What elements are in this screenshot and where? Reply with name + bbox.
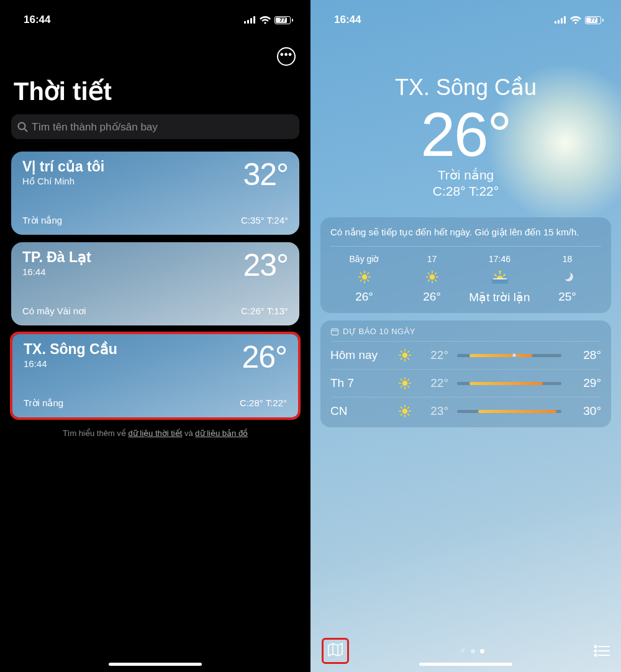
svg-line-5 bbox=[25, 129, 28, 132]
calendar-icon bbox=[330, 327, 339, 336]
day-high: 28° bbox=[570, 348, 601, 362]
bottom-bar bbox=[310, 637, 621, 672]
svg-line-18 bbox=[367, 273, 368, 275]
moon-icon bbox=[562, 270, 573, 284]
city-hilo: C:28° T:22° bbox=[240, 397, 287, 409]
svg-line-62 bbox=[408, 407, 409, 409]
svg-line-53 bbox=[408, 379, 409, 381]
day-high: 30° bbox=[570, 404, 601, 418]
hour-value: 26° bbox=[355, 290, 373, 304]
day-row[interactable]: Th 722°29° bbox=[330, 370, 601, 397]
city-temp: 32° bbox=[243, 159, 288, 190]
svg-line-50 bbox=[401, 379, 402, 381]
sun-icon bbox=[392, 377, 417, 389]
sun-icon bbox=[358, 270, 371, 284]
svg-rect-0 bbox=[244, 21, 246, 24]
status-time: 16:44 bbox=[24, 14, 50, 26]
battery-icon: 77 bbox=[585, 16, 604, 24]
status-icons: 77 bbox=[244, 16, 293, 24]
day-low: 23° bbox=[417, 404, 448, 418]
current-cond: Trời nắng bbox=[323, 168, 609, 183]
svg-point-54 bbox=[402, 409, 407, 414]
hour-item: 1825° bbox=[533, 254, 601, 304]
sunset-icon bbox=[492, 270, 508, 284]
svg-line-26 bbox=[428, 280, 429, 281]
map-icon bbox=[327, 642, 343, 657]
list-button[interactable] bbox=[594, 645, 610, 657]
city-card[interactable]: TP. Đà Lạt 16:44 23° Có mây Vài nơi C:26… bbox=[11, 242, 299, 325]
weather-detail-screen: 16:44 77 TX. Sông Cầu 26° Trời nắng C:28… bbox=[310, 0, 621, 672]
search-input[interactable]: Tìm tên thành phố/sân bay bbox=[11, 114, 299, 139]
svg-line-17 bbox=[360, 280, 361, 281]
svg-rect-29 bbox=[492, 279, 508, 284]
city-hilo: C:26° T:13° bbox=[241, 306, 288, 317]
hourly-row[interactable]: Bây giờ26°1726°17:46Mặt trời lặn1825° bbox=[330, 247, 601, 304]
city-sub: 16:44 bbox=[24, 358, 117, 369]
page-dot-active bbox=[480, 649, 484, 653]
city-sub: Hồ Chí Minh bbox=[22, 176, 104, 187]
map-button[interactable] bbox=[322, 638, 349, 664]
day-name: Hôm nay bbox=[330, 348, 392, 362]
svg-point-67 bbox=[595, 650, 597, 652]
temp-range-bar bbox=[457, 410, 561, 413]
wifi-icon bbox=[260, 16, 271, 24]
svg-rect-34 bbox=[332, 329, 338, 335]
svg-point-10 bbox=[361, 275, 366, 279]
wifi-icon bbox=[570, 16, 581, 24]
city-sub: 16:44 bbox=[22, 266, 91, 277]
page-indicator[interactable] bbox=[458, 647, 484, 655]
more-button[interactable]: ••• bbox=[277, 47, 296, 66]
hourly-panel[interactable]: Có nắng sẽ tiếp tục đến hết ngày. Gió gi… bbox=[320, 217, 611, 313]
page-title: Thời tiết bbox=[0, 72, 310, 114]
daily-panel[interactable]: DỰ BÁO 10 NGÀY Hôm nay22°28°Th 722°29°CN… bbox=[320, 320, 611, 427]
svg-line-32 bbox=[495, 275, 496, 276]
svg-line-16 bbox=[367, 280, 368, 281]
hour-value: Mặt trời lặn bbox=[469, 290, 530, 304]
day-row[interactable]: Hôm nay22°28° bbox=[330, 342, 601, 370]
map-data-link[interactable]: dữ liệu bản đồ bbox=[195, 429, 248, 438]
svg-rect-8 bbox=[561, 18, 563, 24]
temp-range-bar bbox=[457, 354, 561, 357]
svg-line-27 bbox=[435, 273, 436, 275]
svg-rect-7 bbox=[558, 20, 560, 24]
city-temp: 26° bbox=[242, 342, 287, 373]
hour-item: Bây giờ26° bbox=[330, 254, 398, 304]
daily-rows: Hôm nay22°28°Th 722°29°CN23°30° bbox=[330, 342, 601, 425]
hour-time: 17:46 bbox=[489, 254, 510, 264]
hour-item: 17:46Mặt trời lặn bbox=[466, 254, 533, 304]
hour-time: Bây giờ bbox=[350, 254, 379, 264]
footer-note: Tìm hiểu thêm về dữ liệu thời tiết và dữ… bbox=[0, 419, 310, 448]
battery-icon: 77 bbox=[274, 16, 293, 24]
city-card[interactable]: Vị trí của tôi Hồ Chí Minh 32° Trời nắng… bbox=[11, 152, 299, 235]
svg-line-44 bbox=[408, 352, 409, 353]
hour-value: 25° bbox=[558, 290, 576, 304]
svg-point-4 bbox=[19, 122, 25, 129]
day-high: 29° bbox=[570, 376, 601, 390]
home-indicator[interactable] bbox=[109, 663, 202, 666]
ellipsis-icon: ••• bbox=[280, 50, 292, 60]
svg-point-36 bbox=[402, 353, 407, 358]
svg-rect-2 bbox=[250, 18, 252, 24]
svg-rect-3 bbox=[253, 16, 255, 24]
day-row[interactable]: CN23°30° bbox=[330, 397, 601, 425]
home-indicator[interactable] bbox=[419, 663, 512, 666]
list-icon bbox=[594, 645, 610, 657]
city-card[interactable]: TX. Sông Cầu 16:44 26° Trời nắng C:28° T… bbox=[12, 334, 298, 417]
status-bar: 16:44 77 bbox=[0, 0, 310, 31]
weather-data-link[interactable]: dữ liệu thời tiết bbox=[128, 429, 182, 438]
hour-item: 1726° bbox=[398, 254, 466, 304]
city-name: Vị trí của tôi bbox=[22, 159, 104, 175]
svg-point-65 bbox=[595, 646, 597, 648]
day-name: Th 7 bbox=[330, 376, 392, 390]
hour-time: 18 bbox=[563, 254, 573, 264]
forecast-summary: Có nắng sẽ tiếp tục đến hết ngày. Gió gi… bbox=[330, 226, 601, 247]
hour-value: 26° bbox=[423, 290, 441, 304]
city-cond: Trời nắng bbox=[24, 397, 63, 409]
weather-list-screen: 16:44 77 ••• Thời tiết Tìm tên thành phố… bbox=[0, 0, 310, 672]
cellular-icon bbox=[244, 16, 256, 24]
svg-line-25 bbox=[435, 280, 436, 281]
svg-rect-1 bbox=[247, 20, 249, 24]
sun-icon bbox=[392, 405, 417, 417]
temp-range-bar bbox=[457, 382, 561, 385]
city-temp: 23° bbox=[243, 250, 288, 281]
